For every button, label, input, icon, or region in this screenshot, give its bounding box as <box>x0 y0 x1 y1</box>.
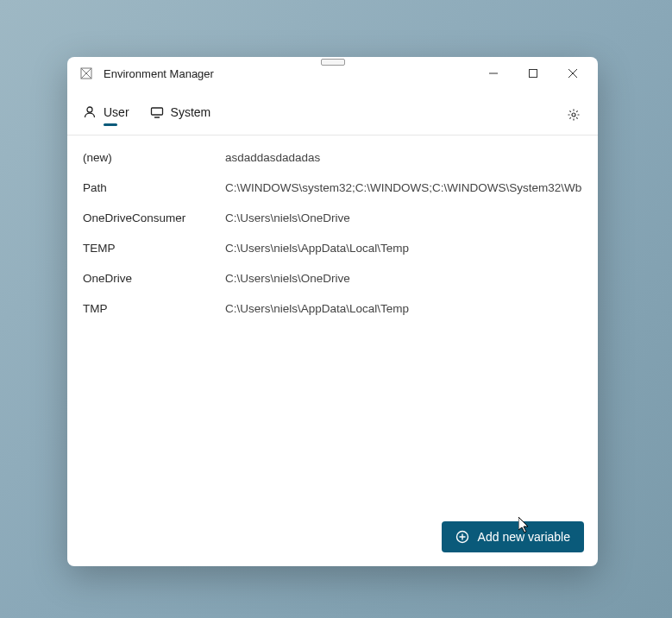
minimize-button[interactable] <box>474 60 513 86</box>
variable-row[interactable]: TEMP C:\Users\niels\AppData\Local\Temp <box>67 233 598 263</box>
app-icon <box>79 66 93 80</box>
add-variable-label: Add new variable <box>478 530 570 544</box>
variable-name: (new) <box>83 151 225 164</box>
svg-rect-8 <box>151 108 162 115</box>
variable-name: TEMP <box>83 242 225 255</box>
variable-name: TMP <box>83 302 225 315</box>
variable-row[interactable]: OneDriveConsumer C:\Users\niels\OneDrive <box>67 203 598 233</box>
variable-value: C:\Users\niels\AppData\Local\Temp <box>225 302 582 315</box>
titlebar: Environment Manager <box>67 57 598 90</box>
plus-circle-icon <box>455 530 469 544</box>
variable-list: (new) asdaddasdadadas Path C:\WINDOWS\sy… <box>67 136 598 509</box>
tab-user[interactable]: User <box>83 105 129 124</box>
window-controls <box>474 60 593 86</box>
variable-name: OneDriveConsumer <box>83 211 225 224</box>
maximize-button[interactable] <box>513 60 553 86</box>
variable-row[interactable]: OneDrive C:\Users\niels\OneDrive <box>67 263 598 293</box>
variable-value: C:\Users\niels\OneDrive <box>225 211 582 224</box>
add-variable-button[interactable]: Add new variable <box>442 521 584 552</box>
variable-value: asdaddasdadadas <box>225 151 582 164</box>
footer: Add new variable <box>67 509 598 566</box>
variable-value: C:\Users\niels\AppData\Local\Temp <box>225 242 582 255</box>
tab-system[interactable]: System <box>150 105 211 124</box>
window-title: Environment Manager <box>104 67 214 80</box>
variable-value: C:\Users\niels\OneDrive <box>225 272 582 285</box>
system-icon <box>150 105 164 119</box>
variable-row[interactable]: Path C:\WINDOWS\system32;C:\WINDOWS;C:\W… <box>67 173 598 203</box>
tab-system-label: System <box>171 105 211 119</box>
variable-row[interactable]: (new) asdaddasdadadas <box>67 142 598 173</box>
variable-name: Path <box>83 181 225 194</box>
svg-point-7 <box>87 107 92 112</box>
tabs-row: User System <box>67 90 598 136</box>
variable-row[interactable]: TMP C:\Users\niels\AppData\Local\Temp <box>67 293 598 324</box>
close-button[interactable] <box>553 60 593 86</box>
user-icon <box>83 105 97 119</box>
svg-point-10 <box>572 113 575 117</box>
app-window: Environment Manager User System <box>67 57 598 566</box>
variable-value: C:\WINDOWS\system32;C:\WINDOWS;C:\WINDOW… <box>225 181 582 194</box>
variable-name: OneDrive <box>83 272 225 285</box>
tab-user-label: User <box>104 105 129 119</box>
svg-rect-4 <box>530 70 537 78</box>
settings-button[interactable] <box>565 106 582 123</box>
